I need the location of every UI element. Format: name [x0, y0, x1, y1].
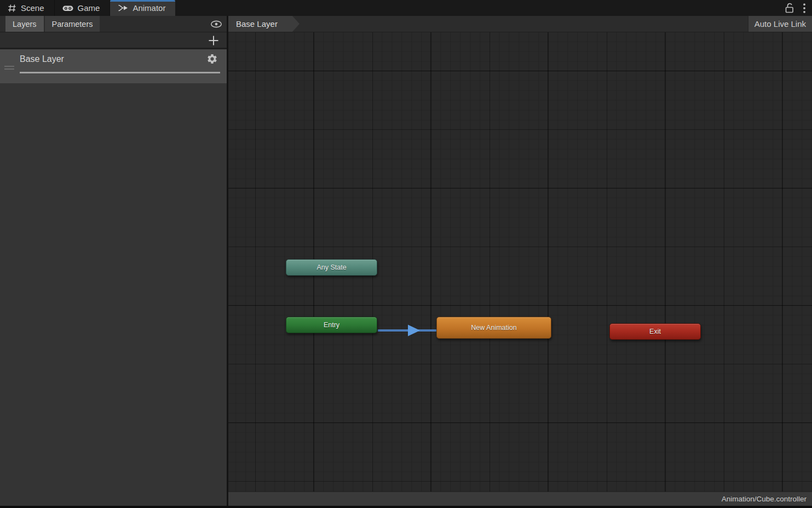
layers-toolbar	[0, 32, 227, 49]
layer-name: Base Layer	[20, 54, 64, 64]
tab-game-label: Game	[78, 3, 100, 13]
state-machine-graph[interactable]: Any State Entry New Animation Exit	[228, 32, 812, 492]
breadcrumb-base-layer[interactable]: Base Layer	[228, 16, 300, 32]
auto-live-link-button[interactable]: Auto Live Link	[748, 16, 812, 32]
tab-scene-label: Scene	[21, 3, 44, 13]
state-node-entry[interactable]: Entry	[286, 317, 377, 333]
tab-scene[interactable]: Scene	[0, 0, 55, 16]
unity-animator-window: Scene Game Animator	[0, 0, 812, 508]
breadcrumb-label: Base Layer	[236, 19, 278, 28]
graph-breadcrumb-bar: Base Layer Auto Live Link	[228, 16, 812, 32]
tab-game[interactable]: Game	[55, 0, 111, 16]
state-node-new-animation[interactable]: New Animation	[436, 317, 551, 339]
transition-arrow[interactable]	[378, 319, 438, 341]
controller-path: Animation/Cube.controller	[722, 495, 807, 503]
state-label: Exit	[649, 328, 661, 335]
state-label: Entry	[324, 321, 339, 329]
scene-grid-icon	[8, 4, 16, 13]
tab-layers-label: Layers	[13, 20, 37, 28]
layers-panel: Base Layer	[0, 32, 227, 506]
gear-icon[interactable]	[206, 53, 218, 65]
state-label: New Animation	[471, 324, 516, 332]
state-node-exit[interactable]: Exit	[609, 323, 701, 340]
top-tab-bar: Scene Game Animator	[0, 0, 812, 16]
tab-parameters[interactable]: Parameters	[45, 16, 100, 32]
unlock-icon[interactable]	[785, 3, 794, 13]
animator-arrow-icon	[118, 4, 128, 12]
status-bar: Animation/Cube.controller	[228, 492, 812, 506]
tab-parameters-label: Parameters	[52, 20, 93, 28]
drag-handle-icon[interactable]	[4, 66, 14, 71]
layers-parameters-bar: Layers Parameters	[0, 16, 227, 32]
eye-icon[interactable]	[210, 20, 222, 28]
state-node-any-state[interactable]: Any State	[286, 259, 377, 276]
tab-animator-label: Animator	[133, 3, 165, 13]
state-label: Any State	[316, 264, 346, 271]
tab-layers[interactable]: Layers	[5, 16, 44, 32]
gamepad-icon	[62, 4, 73, 12]
window-bottom-edge	[0, 506, 812, 508]
tab-animator[interactable]: Animator	[110, 0, 175, 16]
auto-live-link-label: Auto Live Link	[755, 19, 806, 28]
layer-item-base-layer[interactable]: Base Layer	[0, 49, 227, 83]
kebab-menu-icon[interactable]	[803, 3, 805, 13]
window-controls	[785, 0, 812, 16]
layer-weight-slider[interactable]	[20, 72, 220, 73]
add-layer-button[interactable]	[208, 35, 220, 47]
